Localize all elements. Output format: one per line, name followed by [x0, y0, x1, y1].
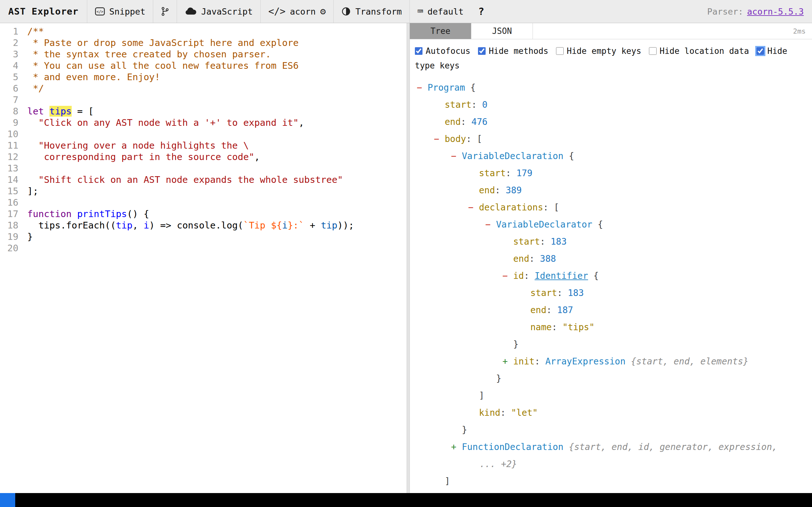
collapse-toggle[interactable]: − [451, 148, 461, 165]
collapse-toggle[interactable]: − [417, 79, 426, 96]
tree-summary: {start, end, id, generator, expression, [569, 442, 777, 452]
fork-button[interactable] [153, 0, 177, 23]
tree-key: end [513, 253, 529, 264]
code-line[interactable]: 1/** [0, 26, 407, 37]
line-number: 18 [0, 220, 21, 231]
option-autofocus[interactable]: Autofocus [415, 46, 470, 56]
help-button[interactable]: ? [471, 0, 491, 23]
collapse-toggle[interactable]: − [434, 130, 444, 148]
code-line[interactable]: 4 * You can use all the cool new feature… [0, 60, 407, 71]
code-text: * the syntax tree created by chosen pars… [21, 49, 271, 60]
code-line[interactable]: 10 [0, 128, 407, 140]
tree-row[interactable]: end: 187 [410, 302, 804, 319]
code-line[interactable]: 19} [0, 231, 407, 242]
tree-row[interactable]: +init: ArrayExpression {start, end, elem… [410, 353, 804, 370]
tree-row[interactable]: −id: Identifier { [410, 268, 804, 285]
code-line[interactable]: 14 "Shift click on an AST node expands t… [0, 174, 407, 185]
collapse-toggle[interactable]: − [485, 216, 495, 233]
language-button[interactable]: JavaScript [177, 0, 260, 23]
code-line[interactable]: 20 [0, 242, 407, 254]
line-number: 20 [0, 242, 21, 254]
code-line[interactable]: 12 corresponding part in the source code… [0, 151, 407, 163]
code-line[interactable]: 16 [0, 197, 407, 208]
tree-row[interactable]: end: 476 [410, 113, 804, 130]
checkbox-hide-location-data[interactable] [649, 47, 657, 55]
code-line[interactable]: 17function printTips() { [0, 208, 407, 220]
expand-toggle[interactable]: + [502, 353, 512, 370]
code-line[interactable]: 5 * and even more. Enjoy! [0, 71, 407, 83]
code-line[interactable]: 3 * the syntax tree created by chosen pa… [0, 49, 407, 60]
option-hide-location-data[interactable]: Hide location data [649, 46, 749, 56]
keybinding-button[interactable]: ⌨ default [409, 0, 471, 23]
identifier-link[interactable]: Identifier [535, 271, 588, 281]
bottom-bar [0, 493, 812, 507]
transform-toggle-icon [341, 7, 351, 16]
tree-punc: : [471, 100, 482, 110]
tree-punc: { [563, 151, 574, 161]
code-line[interactable]: 15]; [0, 185, 407, 197]
tree-row[interactable]: −declarations: [ [410, 199, 804, 216]
tab-json[interactable]: JSON [471, 23, 533, 39]
code-text: /** [21, 26, 44, 37]
bottom-bar-blue-square[interactable] [0, 493, 15, 507]
tree-row[interactable]: name: "tips" [410, 319, 804, 336]
tree-row[interactable]: start: 179 [410, 165, 804, 182]
tree-row[interactable]: −VariableDeclaration { [410, 148, 804, 165]
tree-punc [625, 356, 631, 367]
tree-row[interactable]: start: 0 [410, 96, 804, 113]
checkbox-hide-type-keys[interactable] [757, 47, 764, 55]
code-text [21, 94, 27, 106]
code-text: ]; [21, 185, 38, 197]
code-line[interactable]: 18 tips.forEach((tip, i) => console.log(… [0, 220, 407, 231]
code-token: () { [127, 209, 149, 219]
code-token: */ [27, 83, 44, 94]
code-line[interactable]: 11 "Hovering over a node highlights the … [0, 140, 407, 151]
tree-punc: : [ [466, 134, 482, 144]
tree-punc: : [ [543, 202, 559, 213]
panel-splitter[interactable] [407, 23, 410, 507]
parser-button[interactable]: </> acorn ⚙ [260, 0, 334, 23]
checkbox-hide-methods[interactable] [478, 47, 486, 55]
snippet-button[interactable]: </> Snippet [87, 0, 153, 23]
option-hide-empty-keys[interactable]: Hide empty keys [556, 46, 641, 56]
tree-row[interactable]: kind: "let" [410, 404, 804, 421]
language-label: JavaScript [201, 7, 253, 16]
tree-row[interactable]: end: 388 [410, 250, 804, 268]
tree-row[interactable]: start: 183 [410, 285, 804, 302]
code-line[interactable]: 8let tips = [ [0, 106, 407, 117]
tree-row[interactable]: end: 389 [410, 182, 804, 199]
keybinding-label: default [427, 7, 464, 16]
tree-row[interactable]: −Program { [410, 79, 804, 96]
tree-row[interactable]: −body: [ [410, 130, 804, 148]
code-text [21, 163, 27, 174]
code-editor[interactable]: 1/**2 * Paste or drop some JavaScript he… [0, 23, 407, 507]
tree-row[interactable]: } [410, 370, 804, 387]
tab-tree[interactable]: Tree [410, 23, 471, 39]
tree-row[interactable]: start: 183 [410, 233, 804, 250]
gear-icon[interactable]: ⚙ [320, 7, 326, 16]
tree-row[interactable]: ] [410, 473, 804, 490]
transform-button[interactable]: Transform [334, 0, 409, 23]
code-line[interactable]: 6 */ [0, 83, 407, 94]
option-hide-methods[interactable]: Hide methods [478, 46, 548, 56]
tree-punc: : [461, 117, 472, 127]
checkbox-autofocus[interactable] [415, 47, 422, 55]
tree-row[interactable]: } [410, 421, 804, 439]
code-token: function [27, 209, 72, 219]
expand-toggle[interactable]: + [451, 439, 461, 456]
parser-version-link[interactable]: acorn-5.5.3 [747, 7, 804, 16]
code-token: /** [27, 26, 44, 37]
checkbox-hide-empty-keys[interactable] [556, 47, 564, 55]
code-line[interactable]: 13 [0, 163, 407, 174]
tree-row[interactable]: +FunctionDeclaration {start, end, id, ge… [410, 439, 804, 473]
code-token: = [ [72, 106, 94, 117]
code-line[interactable]: 9 "Click on any AST node with a '+' to e… [0, 117, 407, 128]
collapse-toggle[interactable]: − [468, 199, 478, 216]
collapse-toggle[interactable]: − [502, 268, 512, 285]
code-tag-icon: </> [268, 7, 286, 16]
tree-row[interactable]: ] [410, 387, 804, 404]
code-line[interactable]: 7 [0, 94, 407, 106]
tree-row[interactable]: −VariableDeclarator { [410, 216, 804, 233]
tree-row[interactable]: } [410, 336, 804, 353]
code-line[interactable]: 2 * Paste or drop some JavaScript here a… [0, 37, 407, 49]
